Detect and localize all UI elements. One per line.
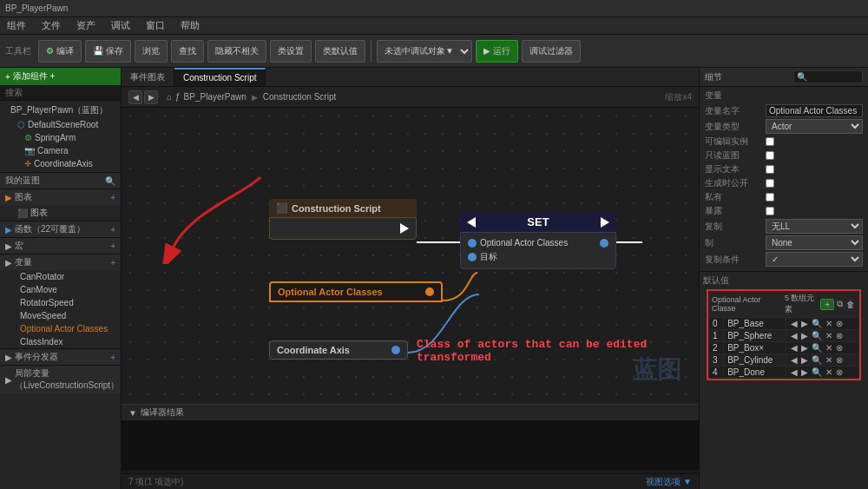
functions-add-btn[interactable]: + <box>110 225 115 235</box>
rep-condition-select[interactable]: ✓ <box>766 252 863 267</box>
blueprint-canvas[interactable]: ⬛ Construction Script SET <box>122 108 699 404</box>
exec-out-pin <box>400 223 409 234</box>
hide-unrelated-button[interactable]: 隐藏不相关 <box>207 40 266 63</box>
details-search-input[interactable] <box>793 70 863 83</box>
find-button[interactable]: 查找 <box>171 40 204 63</box>
tree-item-coordinateaxis[interactable]: ✛ CoordinateAxis <box>0 157 121 170</box>
readonly-checkbox[interactable] <box>766 151 774 160</box>
var-canmove[interactable]: CanMove <box>0 283 121 296</box>
save-button[interactable]: 💾 保存 <box>85 40 131 63</box>
breadcrumb-nav: ◀ ▶ <box>128 90 158 104</box>
menu-file[interactable]: 文件 <box>38 19 64 32</box>
row-nav-btn2[interactable]: ▶ <box>800 343 809 353</box>
breadcrumb-home[interactable]: ⌂ <box>167 92 172 102</box>
row-clear-btn[interactable]: ⊗ <box>835 343 844 353</box>
tree-item-defaultsceneroot[interactable]: ⬡ DefaultSceneRoot <box>0 118 121 131</box>
add-component-button[interactable]: + 添加组件 + <box>0 68 121 85</box>
row-nav-btn2[interactable]: ▶ <box>800 355 809 365</box>
row-clear-btn[interactable]: ⊗ <box>835 355 844 365</box>
row-nav-btn[interactable]: ◀ <box>790 343 799 353</box>
compile-button[interactable]: ⚙ 编译 <box>38 40 82 63</box>
expose-checkbox[interactable] <box>766 207 774 215</box>
event-graph-item[interactable]: ⬛ 图表 <box>0 205 121 221</box>
class-settings-button[interactable]: 类设置 <box>270 40 312 63</box>
browse-button[interactable]: 浏览 <box>135 40 168 63</box>
var-name-row: 变量名字 <box>705 104 863 117</box>
dispatchers-add-btn[interactable]: + <box>110 353 115 362</box>
add-element-button[interactable]: + <box>820 299 834 310</box>
row-search-btn[interactable]: 🔍 <box>811 343 823 353</box>
var-name-label: 变量名字 <box>705 105 766 117</box>
row-value[interactable]: BP_Done <box>724 367 786 379</box>
delete-btn[interactable]: 🗑 <box>845 300 856 309</box>
row-search-btn[interactable]: 🔍 <box>811 355 823 365</box>
showtext-checkbox[interactable] <box>766 165 774 174</box>
component-search-input[interactable] <box>0 85 121 101</box>
row-nav-btn[interactable]: ◀ <box>790 319 799 328</box>
my-blueprint-search-icon[interactable]: 🔍 <box>105 176 115 186</box>
row-nav-btn[interactable]: ◀ <box>790 367 799 377</box>
optional-actor-classes-node[interactable]: Optional Actor Classes <box>269 281 443 302</box>
graphs-add-btn[interactable]: + <box>110 193 115 202</box>
row-nav-btn2[interactable]: ▶ <box>800 331 809 340</box>
breadcrumb-back-btn[interactable]: ◀ <box>128 90 142 104</box>
editable-checkbox[interactable] <box>766 137 774 146</box>
copy-btn[interactable]: ⧉ <box>836 299 844 309</box>
breadcrumb-forward-btn[interactable]: ▶ <box>144 90 158 104</box>
menu-debug[interactable]: 调试 <box>108 19 134 32</box>
rep-none-select[interactable]: None <box>766 235 863 250</box>
row-search-btn[interactable]: 🔍 <box>811 367 823 377</box>
class-defaults-button[interactable]: 类默认值 <box>315 40 365 63</box>
var-type-select[interactable]: Actor <box>766 119 863 134</box>
tree-item-camera[interactable]: 📷 Camera <box>0 144 121 157</box>
var-classindex[interactable]: ClassIndex <box>0 335 121 348</box>
breadcrumb-blueprint-name[interactable]: BP_PlayerPawn <box>184 92 247 102</box>
row-search-btn[interactable]: 🔍 <box>811 319 823 328</box>
menu-help[interactable]: 帮助 <box>177 19 203 32</box>
expose-spawn-checkbox[interactable] <box>766 179 774 188</box>
row-nav-btn2[interactable]: ▶ <box>800 319 809 328</box>
tree-item-springarm[interactable]: ⚙ SpringArm <box>0 131 121 144</box>
tab-event-graph[interactable]: 事件图表 <box>122 68 174 86</box>
row-value[interactable]: BP_Sphere <box>724 330 786 342</box>
private-checkbox[interactable] <box>766 193 774 202</box>
menu-assets[interactable]: 资产 <box>73 19 99 32</box>
var-type-row: 变量类型 Actor <box>705 119 863 134</box>
var-optional-actor-classes[interactable]: Optional Actor Classes <box>0 322 121 335</box>
row-search-btn[interactable]: 🔍 <box>811 331 823 340</box>
coordinate-axis-node[interactable]: Coordinate Axis <box>269 340 408 360</box>
row-nav-btn[interactable]: ◀ <box>790 331 799 340</box>
row-delete-btn[interactable]: ✕ <box>825 367 833 377</box>
row-delete-btn[interactable]: ✕ <box>825 355 833 365</box>
row-clear-btn[interactable]: ⊗ <box>835 319 844 328</box>
status-right[interactable]: 视图选项 ▼ <box>646 476 692 488</box>
row-nav-btn2[interactable]: ▶ <box>800 367 809 377</box>
macros-add-btn[interactable]: + <box>110 241 115 251</box>
debug-filter-button[interactable]: 调试过滤器 <box>522 40 581 63</box>
variables-add-btn[interactable]: + <box>110 258 115 268</box>
row-clear-btn[interactable]: ⊗ <box>835 367 844 377</box>
row-delete-btn[interactable]: ✕ <box>825 343 833 353</box>
tab-construction-script[interactable]: Construction Script <box>174 68 266 86</box>
row-value[interactable]: BP_Base <box>724 318 786 330</box>
construction-script-node[interactable]: ⬛ Construction Script <box>269 199 417 240</box>
debug-dropdown[interactable]: 未选中调试对象▼ <box>377 40 472 63</box>
row-nav-btn[interactable]: ◀ <box>790 355 799 365</box>
play-button[interactable]: ▶ 运行 <box>476 40 518 63</box>
breadcrumb-graph-name[interactable]: Construction Script <box>263 92 336 102</box>
tree-item-bp-playerpawn[interactable]: BP_PlayerPawn（蓝图） <box>0 102 121 118</box>
row-clear-btn[interactable]: ⊗ <box>835 331 844 340</box>
row-value[interactable]: BP_Cylinde <box>724 354 786 367</box>
row-value[interactable]: BP_Box× <box>724 342 786 354</box>
menu-window[interactable]: 窗口 <box>142 19 168 32</box>
row-delete-btn[interactable]: ✕ <box>825 331 833 340</box>
var-canrotator[interactable]: CanRotator <box>0 270 121 283</box>
menu-components[interactable]: 组件 <box>3 19 30 32</box>
replicate-select[interactable]: 无LL <box>766 219 863 234</box>
var-rotatorspeed[interactable]: RotatorSpeed <box>0 296 121 309</box>
set-node[interactable]: SET Optional Actor Classes 目标 <box>460 212 616 269</box>
var-name-input[interactable] <box>766 104 863 117</box>
row-delete-btn[interactable]: ✕ <box>825 319 833 328</box>
var-movespeed[interactable]: MoveSpeed <box>0 309 121 322</box>
breadcrumb-function-icon: ƒ <box>175 92 181 102</box>
